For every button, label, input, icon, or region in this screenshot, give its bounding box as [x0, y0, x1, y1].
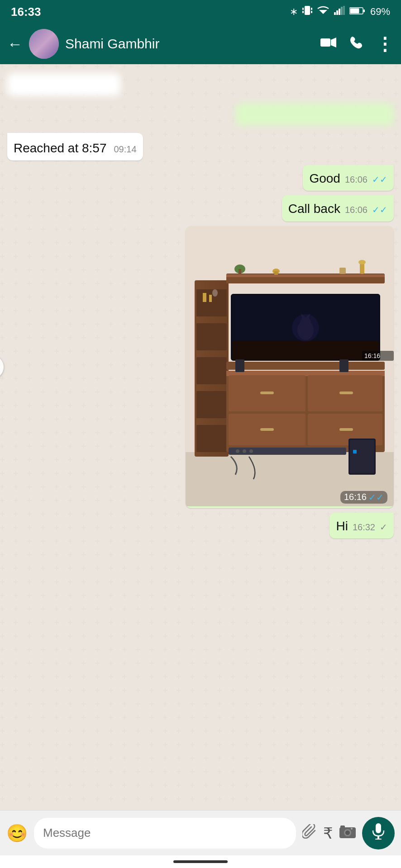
back-button[interactable]: ←: [7, 35, 23, 53]
bubble-received-reached: Reached at 8:57 09:14: [7, 133, 143, 160]
svg-rect-44: [232, 340, 379, 359]
svg-rect-29: [226, 274, 385, 277]
svg-rect-1: [302, 8, 304, 10]
svg-rect-52: [235, 359, 244, 372]
msg-text-reached: Reached at 8:57: [14, 139, 107, 157]
msg-time-hi: 16:32: [353, 522, 375, 533]
status-bar: 16:33 ∗: [0, 0, 401, 24]
bubble-sent-good: Good 16:06 ✓✓: [303, 165, 394, 191]
message-sent-good: Good 16:06 ✓✓: [7, 165, 394, 191]
svg-rect-25: [203, 293, 206, 302]
svg-rect-76: [375, 839, 382, 840]
svg-rect-14: [320, 38, 330, 47]
svg-rect-6: [334, 12, 336, 15]
bubble-sent-hi: Hi 16:32 ✓: [329, 513, 394, 538]
blurred-received-group: [7, 73, 394, 96]
vibrate-icon: [302, 5, 312, 19]
msg-ticks-good: ✓✓: [372, 174, 387, 185]
mic-icon: [371, 823, 386, 843]
camera-button[interactable]: [339, 825, 356, 842]
msg-time-reached: 09:14: [114, 144, 137, 155]
svg-rect-53: [339, 359, 348, 372]
image-time-text: 16:16: [344, 492, 367, 502]
svg-point-65: [249, 449, 253, 453]
svg-rect-0: [305, 6, 310, 15]
svg-rect-58: [260, 392, 274, 394]
blurred-received-1: [7, 73, 120, 96]
menu-button[interactable]: ⋮: [376, 33, 394, 54]
svg-rect-68: [353, 450, 357, 453]
status-icons: ∗: [290, 5, 390, 19]
svg-point-72: [345, 830, 350, 835]
signal-icon: [334, 6, 345, 18]
tv-unit-image: 16:16: [186, 226, 394, 506]
msg-text-good: Good: [309, 170, 340, 187]
svg-rect-31: [239, 269, 241, 274]
message-sent-callback: Call back 16:06 ✓✓: [7, 195, 394, 221]
contact-avatar[interactable]: [29, 29, 59, 59]
svg-rect-24: [196, 425, 227, 452]
svg-point-27: [212, 289, 218, 297]
svg-rect-60: [339, 392, 353, 394]
message-input[interactable]: [34, 818, 296, 849]
bluetooth-icon: ∗: [290, 6, 298, 18]
voice-call-button[interactable]: [349, 36, 363, 52]
msg-text-hi: Hi: [336, 517, 348, 535]
msg-time-good: 16:06: [345, 175, 368, 185]
svg-rect-74: [376, 823, 381, 833]
svg-rect-10: [343, 6, 345, 15]
emoji-button[interactable]: 😊: [6, 823, 28, 843]
mic-button[interactable]: [362, 817, 395, 849]
svg-rect-7: [336, 10, 338, 15]
battery-icon: [349, 6, 366, 18]
rupee-button[interactable]: ₹: [323, 824, 333, 842]
image-time-overlay: 16:16 ✓✓: [340, 491, 387, 504]
svg-point-36: [358, 260, 366, 264]
svg-marker-15: [331, 38, 336, 47]
blurred-sent-1: [235, 103, 394, 126]
svg-rect-59: [260, 428, 274, 431]
status-time: 16:33: [11, 5, 41, 19]
image-bubble[interactable]: 16:16: [186, 226, 394, 508]
svg-rect-34: [339, 268, 346, 274]
svg-rect-61: [339, 428, 353, 431]
svg-point-63: [236, 449, 239, 453]
msg-ticks-hi: ✓: [380, 522, 387, 533]
svg-rect-23: [196, 391, 227, 418]
svg-rect-9: [341, 7, 343, 15]
svg-rect-37: [226, 362, 385, 370]
message-sent-hi: Hi 16:32 ✓: [7, 513, 394, 538]
blurred-sent-group: [7, 103, 394, 126]
battery-percent: 69%: [370, 6, 390, 18]
svg-rect-20: [196, 289, 227, 316]
message-received-reached: Reached at 8:57 09:14: [7, 133, 394, 160]
svg-rect-75: [377, 836, 379, 839]
svg-rect-4: [311, 11, 312, 13]
attach-button[interactable]: [302, 824, 317, 842]
msg-time-callback: 16:06: [345, 205, 368, 215]
svg-rect-3: [302, 11, 304, 13]
svg-rect-67: [350, 440, 374, 473]
svg-rect-8: [339, 9, 340, 15]
svg-point-64: [243, 449, 246, 453]
chat-area: Reached at 8:57 09:14 Good 16:06 ✓✓ Call…: [0, 64, 401, 810]
svg-rect-70: [340, 826, 345, 828]
bubble-sent-callback: Call back 16:06 ✓✓: [282, 195, 394, 221]
msg-text-callback: Call back: [288, 200, 340, 217]
wifi-icon: [317, 6, 329, 18]
message-sent-image[interactable]: 16:16: [7, 226, 394, 508]
svg-rect-33: [274, 271, 278, 275]
svg-rect-26: [209, 295, 212, 302]
svg-rect-12: [363, 9, 365, 12]
contact-name[interactable]: Shami Gambhir: [65, 36, 314, 52]
svg-rect-22: [196, 357, 227, 384]
svg-marker-5: [319, 10, 327, 14]
input-bar: 😊 ₹: [0, 810, 401, 855]
svg-point-49: [292, 314, 319, 341]
header-actions: ⋮: [320, 33, 394, 54]
svg-point-73: [351, 828, 353, 830]
svg-rect-2: [311, 8, 312, 10]
svg-text:16:16: 16:16: [364, 352, 380, 359]
video-call-button[interactable]: [320, 36, 337, 52]
forward-button[interactable]: [0, 355, 4, 379]
